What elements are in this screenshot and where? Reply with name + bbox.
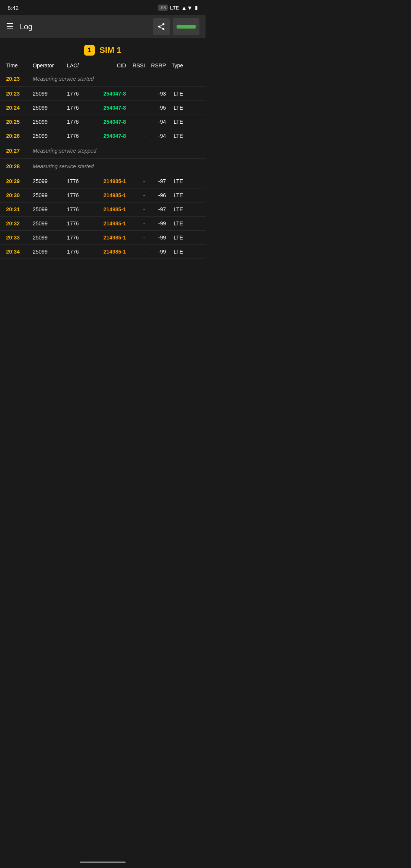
table-row: 20:29 25099 1776 214985-1 - -97 LTE [0, 174, 206, 188]
app-bar-left: ☰ Log [6, 22, 32, 32]
row-rssi: - [126, 192, 145, 198]
row-rssi: - [126, 119, 145, 125]
row-type: LTE [166, 105, 183, 111]
row-time: 20:24 [6, 105, 33, 111]
sim-header: 1 SIM 1 [0, 38, 206, 60]
row-operator: 25099 [33, 105, 67, 111]
row-type: LTE [166, 178, 183, 184]
row-cid: 254047-8 [92, 105, 126, 111]
row-rsrp: -93 [145, 91, 166, 97]
col-type-header: Type [166, 62, 183, 69]
notification-badge: -98 [158, 5, 168, 11]
status-icons: -98 LTE ▲▼ ▮ [158, 5, 198, 11]
sim-title: SIM 1 [99, 45, 121, 55]
row-rssi: - [126, 249, 145, 255]
row-lac: 1776 [67, 192, 92, 198]
app-bar-actions [153, 18, 199, 35]
row-lac: 1776 [67, 178, 92, 184]
table-row: 20:24 25099 1776 254047-8 - -95 LTE [0, 101, 206, 115]
row-type: LTE [166, 133, 183, 139]
service-message: Measuring service started [33, 76, 94, 82]
row-rssi: - [126, 220, 145, 227]
row-type: LTE [166, 192, 183, 198]
battery-icon: ▮ [195, 5, 198, 11]
table-row: 20:32 25099 1776 214985-1 - -99 LTE [0, 217, 206, 231]
row-operator: 25099 [33, 178, 67, 184]
row-operator: 25099 [33, 119, 67, 125]
service-row: 20:27 Measuring service stopped [0, 143, 206, 159]
row-cid: 214985-1 [92, 178, 126, 184]
column-headers: Time Operator LAC/ CID RSSI RSRP Type [0, 60, 206, 71]
table-row: 20:33 25099 1776 214985-1 - -99 LTE [0, 231, 206, 245]
row-time: 20:29 [6, 178, 33, 184]
app-bar: ☰ Log [0, 15, 206, 38]
row-lac: 1776 [67, 249, 92, 255]
row-operator: 25099 [33, 192, 67, 198]
row-type: LTE [166, 249, 183, 255]
col-cid-header: CID [92, 62, 126, 69]
table-row: 20:30 25099 1776 214985-1 - -96 LTE [0, 188, 206, 203]
row-time: 20:33 [6, 235, 33, 241]
table-row: 20:23 25099 1776 254047-8 - -93 LTE [0, 87, 206, 101]
row-rsrp: -96 [145, 192, 166, 198]
row-type: LTE [166, 220, 183, 227]
row-lac: 1776 [67, 235, 92, 241]
service-message: Measuring service started [33, 163, 94, 169]
row-rsrp: -97 [145, 178, 166, 184]
row-rssi: - [126, 206, 145, 212]
col-rssi-header: RSSI [126, 62, 145, 69]
row-time: 20:23 [6, 76, 33, 82]
row-operator: 25099 [33, 220, 67, 227]
share-button[interactable] [153, 18, 170, 35]
row-lac: 1776 [67, 91, 92, 97]
service-row: 20:23 Measuring service started [0, 71, 206, 87]
row-lac: 1776 [67, 206, 92, 212]
row-type: LTE [166, 119, 183, 125]
battery-status-button[interactable] [173, 18, 199, 35]
row-cid: 254047-8 [92, 91, 126, 97]
row-rsrp: -95 [145, 105, 166, 111]
row-lac: 1776 [67, 119, 92, 125]
row-cid: 214985-1 [92, 192, 126, 198]
col-lac-header: LAC/ [67, 62, 92, 69]
sim-badge: 1 [84, 45, 95, 56]
row-rsrp: -94 [145, 133, 166, 139]
table-row: 20:26 25099 1776 254047-8 - -94 LTE [0, 129, 206, 143]
row-time: 20:27 [6, 148, 33, 154]
row-type: LTE [166, 235, 183, 241]
row-type: LTE [166, 91, 183, 97]
row-operator: 25099 [33, 235, 67, 241]
table-row: 20:25 25099 1776 254047-8 - -94 LTE [0, 115, 206, 129]
status-bar: 8:42 -98 LTE ▲▼ ▮ [0, 0, 206, 15]
status-time: 8:42 [8, 5, 19, 11]
row-rssi: - [126, 133, 145, 139]
row-rsrp: -99 [145, 235, 166, 241]
service-message: Measuring service stopped [33, 148, 96, 154]
row-cid: 254047-8 [92, 119, 126, 125]
hamburger-icon[interactable]: ☰ [6, 22, 14, 32]
row-rssi: - [126, 235, 145, 241]
battery-bar [177, 25, 196, 29]
row-cid: 214985-1 [92, 206, 126, 212]
row-cid: 214985-1 [92, 249, 126, 255]
row-time: 20:28 [6, 163, 33, 169]
log-container: 20:23 Measuring service started 20:23 25… [0, 71, 206, 259]
row-cid: 214985-1 [92, 220, 126, 227]
row-time: 20:34 [6, 249, 33, 255]
row-lac: 1776 [67, 133, 92, 139]
row-rssi: - [126, 91, 145, 97]
row-operator: 25099 [33, 91, 67, 97]
row-time: 20:23 [6, 91, 33, 97]
row-rssi: - [126, 105, 145, 111]
signal-icon: ▲▼ [181, 5, 193, 11]
row-rsrp: -97 [145, 206, 166, 212]
service-row: 20:28 Measuring service started [0, 159, 206, 174]
row-rsrp: -94 [145, 119, 166, 125]
lte-indicator: LTE [170, 5, 179, 11]
row-lac: 1776 [67, 220, 92, 227]
row-cid: 254047-8 [92, 133, 126, 139]
row-rssi: - [126, 178, 145, 184]
row-time: 20:26 [6, 133, 33, 139]
col-time-header: Time [6, 62, 33, 69]
table-row: 20:31 25099 1776 214985-1 - -97 LTE [0, 203, 206, 217]
